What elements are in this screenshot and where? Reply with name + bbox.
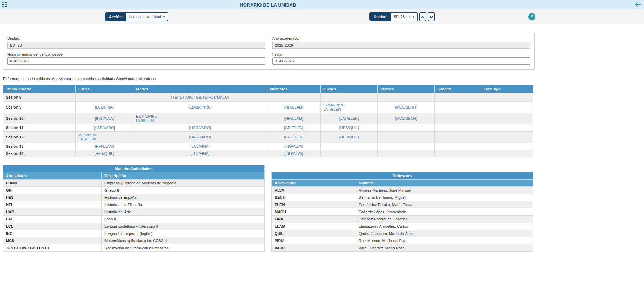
materias-row: INGLengua Extranjera II (Inglés) — [3, 230, 265, 237]
chevron-up-icon — [421, 14, 424, 19]
description-cell: Benhamu Benhamu, Miguel — [356, 194, 533, 201]
profesores-body: ALVAÁlvarez Martínez, José ManuelBENHBen… — [272, 187, 533, 252]
accion-combo: Acción: Horario de la unidad — [105, 12, 168, 21]
profesores-title: Profesores — [272, 172, 533, 180]
schedule-cell: [HAR/VARO] — [76, 124, 133, 132]
description-cell: Jiménez Rodríguez, Josefina — [356, 216, 533, 223]
abbreviation-cell: ING — [3, 230, 102, 237]
schedule-cell — [435, 102, 481, 113]
schedule-cell — [321, 143, 378, 150]
schedule-cell: [HFI/LLAM] — [76, 143, 133, 150]
materias-row: EDMNEmpresa y Diseño de Modelos de Negoc… — [3, 180, 265, 187]
toolbar: Acción: Horario de la unidad Unidad: BD_… — [0, 9, 644, 24]
abbreviation-cell: FINA — [272, 216, 356, 223]
schedule-cell — [481, 124, 533, 132]
profesores-row: VAROVaro Gutiérrez, María Rosa — [272, 244, 533, 252]
session-label: Sesión 9 — [3, 102, 76, 113]
schedule-cell — [435, 124, 481, 132]
schedule-cell — [378, 143, 435, 150]
materias-row: HARHistoria del Arte — [3, 208, 265, 216]
unit-next-button[interactable] — [428, 12, 435, 21]
anio-field-label: Año académico: — [272, 36, 530, 41]
schedule-cell — [76, 93, 133, 102]
timetable-col-header: Jueves — [321, 85, 378, 93]
desde-input[interactable] — [7, 57, 265, 65]
timetable-body: Sesión 8[TE/TB/TDIV/TGB/TD/FCT/MACU]Sesi… — [3, 93, 533, 157]
timetable-col-header: Viernes — [378, 85, 435, 93]
clear-x-icon[interactable]: × — [409, 15, 411, 19]
schedule-cell — [481, 150, 533, 157]
timetable-col-header: Tramo horario — [3, 85, 76, 93]
schedule-cell: MCS/BENH LAT/ELEN — [76, 132, 133, 143]
chevron-down-icon — [163, 16, 165, 18]
profesores-row: FINAJiménez Rodríguez, Josefina — [272, 216, 533, 223]
schedule-cell — [378, 132, 435, 143]
profesores-row: PIRURuiz Moreno, María del Pilar — [272, 237, 533, 244]
schedule-cell: [HFI/LLAM] — [267, 113, 321, 124]
abbreviation-cell: HAR — [3, 208, 102, 216]
schedule-cell — [481, 102, 533, 113]
page-title: HORARIO DE LA UNIDAD — [0, 2, 536, 8]
schedule-cell: [LAT/ELEN] — [321, 113, 378, 124]
profesores-row: ALVAÁlvarez Martínez, José Manuel — [272, 187, 533, 194]
materias-row: TE/TB/TDIV/TGB/TD/FCTRealización de tuto… — [3, 244, 265, 252]
profesores-row: LLAMLlamazares Argüelles, Carlos — [272, 223, 533, 230]
materias-row: GRIGriego II — [3, 187, 265, 194]
profesores-col-nombre: Nombre — [356, 180, 533, 187]
hasta-input[interactable] — [272, 57, 530, 65]
send-button[interactable] — [528, 13, 535, 20]
description-cell: Ruiz Moreno, María del Pilar — [356, 237, 533, 244]
unit-prev-button[interactable] — [419, 12, 426, 21]
description-cell: Empresa y Diseño de Modelos de Negocio — [102, 180, 265, 187]
session-label: Sesión 13 — [3, 143, 76, 150]
description-cell: Varo Gutiérrez, María Rosa — [356, 244, 533, 252]
profesores-col-abreviatura: Abreviatura — [272, 180, 356, 187]
abbreviation-cell: LCL — [3, 223, 102, 230]
timetable-row: Sesión 8[TE/TB/TDIV/TGB/TD/FCT/MACU] — [3, 93, 533, 102]
cell-format-note: El formato de cada celda es: Abreviatura… — [3, 77, 536, 81]
session-label: Sesión 12 — [3, 132, 76, 143]
description-cell: Historia del Arte — [102, 208, 265, 216]
materias-row: LCLLengua castellana y Literatura II — [3, 223, 265, 230]
timetable-col-header: Domingo — [481, 85, 533, 93]
schedule-cell — [435, 93, 481, 102]
timetable-col-header: Miércoles — [267, 85, 321, 93]
schedule-cell — [435, 143, 481, 150]
timetable: Tramo horarioLunesMartesMiércolesJuevesV… — [3, 85, 533, 157]
timetable-row: Sesión 14[HES/QUIL][LCL/FINA][ING/ALVA] — [3, 150, 533, 157]
schedule-cell: [HAR/VARO] — [133, 132, 267, 143]
desde-field-label: Horario regular del centro, desde: — [7, 52, 265, 56]
schedule-cell — [378, 150, 435, 157]
schedule-cell: [TE/TB/TDIV/TGB/TD/FCT/MACU] — [133, 93, 267, 102]
abbreviation-cell: MCS — [3, 237, 102, 244]
unidad-input[interactable] — [7, 42, 265, 49]
materias-row: HFIHistoria de la Filosofía — [3, 201, 265, 208]
lookup-tables-row: Materias/Actividades Abreviatura Descrip… — [3, 165, 536, 252]
session-label: Sesión 14 — [3, 150, 76, 157]
abbreviation-cell: MACU — [272, 208, 356, 216]
unidad-combo: Unidad: BD_2B × — [369, 12, 418, 21]
schedule-cell — [321, 93, 378, 102]
abbreviation-cell: VARO — [272, 244, 356, 252]
chevron-down-icon — [412, 16, 415, 18]
schedule-cell — [378, 93, 435, 102]
schedule-cell: [MCS/BENH] — [378, 102, 435, 113]
top-header-bar: HORARIO DE LA UNIDAD — [0, 0, 644, 9]
description-cell: Lengua Extranjera II (Inglés) — [102, 230, 265, 237]
anio-input[interactable] — [272, 42, 530, 49]
schedule-cell: [HFI/LLAM] — [267, 102, 321, 113]
description-cell: Historia de España — [102, 194, 265, 201]
schedule-cell: [HES/QUIL] — [76, 150, 133, 157]
materias-title: Materias/Actividades — [3, 165, 265, 172]
schedule-cell — [481, 143, 533, 150]
timetable-row: Sesión 13[HFI/LLAM][LCL/FINA][ING/ALVA] — [3, 143, 533, 150]
abbreviation-cell: BENH — [272, 194, 356, 201]
back-arrow-icon[interactable] — [635, 2, 641, 7]
abbreviation-cell: GRI — [3, 187, 102, 194]
schedule-cell: [ING/ALVA] — [76, 113, 133, 124]
unidad-select[interactable]: BD_2B × — [391, 13, 417, 21]
abbreviation-cell: ELEN — [272, 201, 356, 208]
schedule-cell: [HES/QUIL] — [321, 124, 378, 132]
timetable-head-row: Tramo horarioLunesMartesMiércolesJuevesV… — [3, 85, 533, 93]
accion-select[interactable]: Horario de la unidad — [126, 13, 168, 21]
